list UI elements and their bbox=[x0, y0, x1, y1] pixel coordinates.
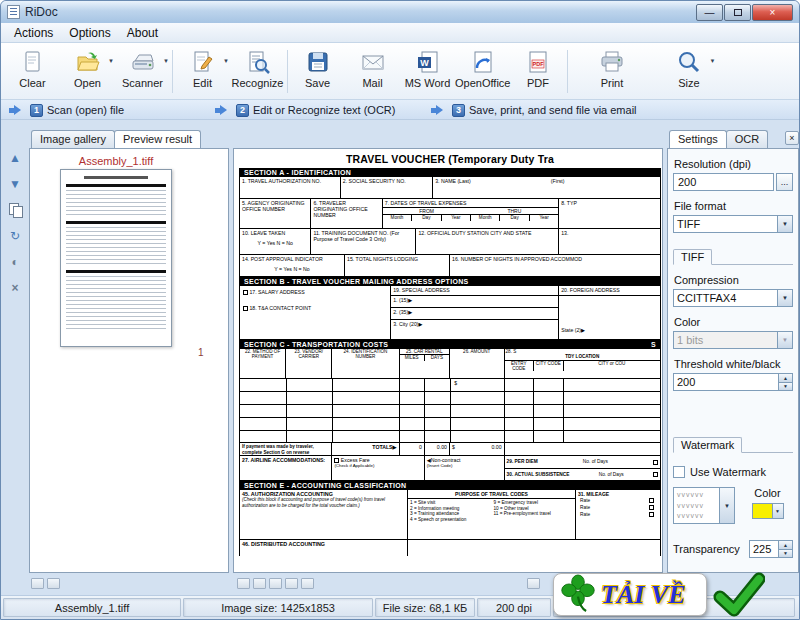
spin-up-icon[interactable]: ▲ bbox=[779, 374, 792, 383]
close-button[interactable]: × bbox=[752, 4, 793, 21]
spin-down-icon[interactable]: ▼ bbox=[779, 550, 792, 558]
form-label: DAYS bbox=[425, 355, 449, 360]
form-label: ◀Non-contract bbox=[427, 457, 461, 463]
move-up-icon[interactable]: ▲ bbox=[6, 150, 24, 166]
nav-tile[interactable] bbox=[31, 578, 44, 589]
watermark-color-swatch[interactable]: ▼ bbox=[752, 503, 784, 519]
form-cell: 12. OFFICIAL DUTY STATION CITY AND STATE bbox=[416, 229, 559, 254]
toolbar-print-button[interactable]: Print bbox=[584, 45, 639, 98]
minimize-button[interactable]: — bbox=[696, 4, 723, 21]
toolbar-recognize-button[interactable]: Recognize bbox=[230, 45, 285, 98]
form-row: 22. METHOD OF PAYMENT 23. VENDOR/ CARRIE… bbox=[240, 349, 660, 379]
tab-image-gallery[interactable]: Image gallery bbox=[31, 130, 115, 148]
chevron-down-icon[interactable]: ▼ bbox=[223, 58, 229, 64]
form-label: Y = Yes N = No bbox=[242, 240, 308, 246]
chevron-down-icon[interactable]: ▼ bbox=[777, 216, 792, 232]
chevron-down-icon[interactable]: ▼ bbox=[719, 488, 734, 523]
toolbar-edit-button[interactable]: Edit ▼ bbox=[175, 45, 230, 98]
chevron-down-icon[interactable]: ▼ bbox=[108, 58, 114, 64]
thumbnail-title-line bbox=[84, 176, 148, 179]
toolbar-open-button[interactable]: Open ▼ bbox=[60, 45, 115, 98]
nav-tile[interactable] bbox=[269, 578, 282, 589]
form-cell: 13. bbox=[559, 229, 660, 254]
contrast-icon[interactable]: ◐ bbox=[6, 254, 24, 270]
maximize-button[interactable] bbox=[724, 4, 751, 21]
magnifier-icon bbox=[676, 48, 702, 76]
spinner-buttons[interactable]: ▲▼ bbox=[778, 541, 792, 557]
sub-columns: MILES DAYS bbox=[400, 355, 449, 360]
toolbar-separator bbox=[567, 50, 568, 93]
toolbar-msword-button[interactable]: W MS Word bbox=[400, 45, 455, 98]
form-label: 7. DATES OF TRAVEL EXPENSES bbox=[383, 199, 558, 207]
thumbnail-section-bar bbox=[66, 270, 166, 273]
move-down-icon[interactable]: ▼ bbox=[6, 176, 24, 192]
spin-up-icon[interactable]: ▲ bbox=[779, 541, 792, 550]
document-title: TRAVEL VOUCHER (Temporary Duty Tra bbox=[239, 153, 661, 165]
column-header: 25. CAR RENTAL MILES DAYS bbox=[400, 349, 450, 378]
watermark-pattern-select[interactable]: vvvvvv vvvvvv vvvvvv ▼ bbox=[673, 487, 735, 524]
toolbar-button-label: PDF bbox=[527, 77, 549, 89]
file-format-select[interactable]: TIFF ▼ bbox=[673, 215, 793, 233]
chevron-down-icon[interactable]: ▼ bbox=[772, 504, 783, 518]
rotate-icon[interactable]: ↻ bbox=[6, 228, 24, 244]
copy-page-icon[interactable] bbox=[6, 202, 24, 218]
page-thumbnail[interactable] bbox=[60, 169, 172, 347]
form-label: Day bbox=[412, 214, 441, 221]
form-cell: 11. TRAINING DOCUMENT NO. (For Purpose o… bbox=[311, 229, 416, 254]
resolution-more-button[interactable]: ... bbox=[776, 173, 793, 191]
form-cell: TOTALS▶ bbox=[332, 443, 399, 455]
nav-tile[interactable] bbox=[285, 578, 298, 589]
section-c-title: SECTION C - TRANSPORTATION COSTS bbox=[244, 341, 388, 348]
form-row: 10. LEAVE TAKENY = Yes N = No 11. TRAINI… bbox=[240, 229, 660, 255]
use-watermark-checkbox[interactable] bbox=[673, 466, 685, 478]
menu-options[interactable]: Options bbox=[62, 25, 117, 41]
toolbar-clear-button[interactable]: Clear bbox=[5, 45, 60, 98]
toolbar-save-button[interactable]: Save bbox=[290, 45, 345, 98]
form-cell: 15. TOTAL NIGHTS LODGING bbox=[345, 255, 450, 276]
form-label: PURPOSE OF TRAVEL CODES bbox=[408, 490, 575, 499]
toolbar-button-label: Clear bbox=[19, 77, 45, 89]
resolution-input[interactable]: 200 bbox=[673, 173, 774, 191]
form-cell bbox=[408, 540, 660, 556]
image-tools-strip: ▲ ▼ ↻ ◐ × bbox=[1, 150, 29, 296]
compression-select[interactable]: CCITTFAX4 ▼ bbox=[673, 289, 793, 307]
transparency-spinner[interactable]: 225 ▲▼ bbox=[749, 540, 793, 558]
form-label: Rate bbox=[580, 498, 590, 504]
nav-tile[interactable] bbox=[301, 578, 314, 589]
step-label: Save, print, and send file via email bbox=[469, 104, 637, 116]
thumbnail-filename: Assembly_1.tiff bbox=[60, 155, 172, 167]
page-number: 1 bbox=[198, 347, 204, 358]
form-label: 17. SALARY ADDRESS bbox=[249, 289, 304, 295]
watermark-group-tab: Watermark bbox=[673, 437, 742, 453]
toolbar-pdf-button[interactable]: PDF PDF bbox=[510, 45, 565, 98]
chevron-down-icon[interactable]: ▼ bbox=[777, 290, 792, 306]
use-watermark-label: Use Watermark bbox=[690, 466, 766, 478]
menu-about[interactable]: About bbox=[120, 25, 165, 41]
pattern-line: vvvvvv bbox=[677, 501, 716, 512]
step-number-badge: 3 bbox=[452, 104, 465, 117]
delete-page-icon[interactable]: × bbox=[6, 280, 24, 296]
toolbar-size-button[interactable]: Size ▼ bbox=[661, 45, 716, 98]
form-label: 0.00 bbox=[491, 444, 501, 450]
form-cell: 3. NAME (Last)(First) bbox=[433, 177, 660, 198]
tab-settings[interactable]: Settings bbox=[669, 130, 727, 148]
menu-actions[interactable]: Actions bbox=[7, 25, 60, 41]
nav-tile[interactable] bbox=[47, 578, 60, 589]
form-cell: 10. LEAVE TAKENY = Yes N = No bbox=[240, 229, 311, 254]
toolbar-scanner-button[interactable]: Scanner ▼ bbox=[115, 45, 170, 98]
panel-close-icon[interactable]: × bbox=[785, 131, 799, 145]
chevron-down-icon[interactable]: ▼ bbox=[710, 58, 716, 64]
toolbar-mail-button[interactable]: Mail bbox=[345, 45, 400, 98]
tab-preview-result[interactable]: Preview result bbox=[114, 130, 201, 148]
spinner-buttons[interactable]: ▲▼ bbox=[778, 374, 792, 390]
nav-tile[interactable] bbox=[527, 578, 540, 589]
toolbar-openoffice-button[interactable]: OpenOffice bbox=[455, 45, 510, 98]
chevron-down-icon[interactable]: ▼ bbox=[163, 58, 169, 64]
spin-down-icon[interactable]: ▼ bbox=[779, 383, 792, 391]
pdf-icon: PDF bbox=[525, 48, 551, 76]
nav-tile[interactable] bbox=[237, 578, 250, 589]
nav-tile[interactable] bbox=[253, 578, 266, 589]
form-label: No. of Days bbox=[599, 472, 624, 478]
tab-ocr[interactable]: OCR bbox=[726, 130, 768, 148]
threshold-spinner[interactable]: 200 ▲▼ bbox=[673, 373, 793, 391]
